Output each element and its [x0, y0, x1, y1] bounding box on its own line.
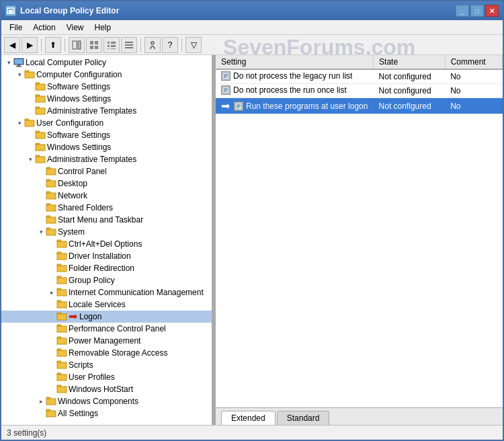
- tree-item-local-policy[interactable]: ▾Local Computer Policy: [1, 56, 212, 69]
- expander-system[interactable]: ▾: [36, 227, 46, 237]
- icon-network: [46, 191, 56, 200]
- toolbar: ◀ ▶ ⬆: [1, 35, 503, 55]
- svg-rect-45: [46, 399, 56, 405]
- minimize-button[interactable]: _: [456, 5, 469, 17]
- tab-extended[interactable]: Extended: [221, 411, 276, 425]
- table-row[interactable]: Do not process the run once listNot conf…: [216, 84, 503, 98]
- label-computer-config: Computer Configuration: [36, 71, 122, 79]
- tree-item-user-software[interactable]: Software Settings: [1, 129, 212, 141]
- tree-item-logon[interactable]: ➡Logon: [1, 311, 212, 323]
- cell-setting: Do not process the legacy run list: [216, 69, 374, 84]
- tree-item-driver-install[interactable]: Driver Installation: [1, 250, 212, 262]
- svg-rect-43: [57, 374, 67, 380]
- label-all-settings: All Settings: [58, 409, 98, 417]
- tree-item-internet-comm[interactable]: ▸Internet Communication Management: [1, 286, 212, 298]
- tree-item-computer-config[interactable]: ▾Computer Configuration: [1, 69, 212, 81]
- up-button[interactable]: ⬆: [45, 37, 61, 53]
- tree-item-perf-control[interactable]: Performance Control Panel: [1, 323, 212, 335]
- help-button[interactable]: ?: [162, 37, 178, 53]
- icon-group-policy: [56, 276, 67, 285]
- tree-item-user-windows[interactable]: Windows Settings: [1, 141, 212, 153]
- table-row[interactable]: Do not process the legacy run listNot co…: [216, 69, 503, 84]
- cell-state: Not configured: [374, 98, 446, 114]
- tree-item-scripts[interactable]: Scripts: [1, 359, 212, 371]
- tree-item-control-panel[interactable]: Control Panel: [1, 165, 212, 177]
- svg-rect-22: [36, 84, 45, 90]
- tab-standard[interactable]: Standard: [277, 411, 330, 425]
- tree-item-power-mgmt[interactable]: Power Management: [1, 335, 212, 347]
- tree-item-ctrl-alt-del[interactable]: Ctrl+Alt+Del Options: [1, 238, 212, 250]
- tree-item-all-settings[interactable]: All Settings: [1, 407, 212, 419]
- tree-item-network[interactable]: Network: [1, 190, 212, 202]
- svg-rect-11: [111, 45, 116, 47]
- label-power-mgmt: Power Management: [69, 337, 140, 345]
- tree-item-software-settings[interactable]: Software Settings: [1, 81, 212, 93]
- label-perf-control: Performance Control Panel: [69, 325, 166, 333]
- table-row[interactable]: ➡Run these programs at user logonNot con…: [216, 98, 503, 114]
- tree-item-user-profiles[interactable]: User Profiles: [1, 371, 212, 383]
- tree-item-locale-services[interactable]: Locale Services: [1, 298, 212, 311]
- detail-view-button[interactable]: [121, 37, 137, 53]
- menu-bar: File Action View Help: [1, 20, 503, 35]
- label-user-profiles: User Profiles: [69, 373, 115, 381]
- row-arrow: ➡: [221, 99, 230, 112]
- tree-item-removable-storage[interactable]: Removable Storage Access: [1, 347, 212, 359]
- label-system: System: [58, 228, 85, 236]
- svg-rect-19: [15, 59, 23, 64]
- show-hide-button[interactable]: [69, 37, 85, 53]
- expander-user-admin[interactable]: ▾: [26, 155, 35, 164]
- icon-user-windows: [35, 143, 46, 152]
- filter-button[interactable]: ▽: [185, 37, 202, 53]
- label-local-policy: Local Computer Policy: [26, 58, 106, 67]
- icon-driver-install: [56, 251, 67, 261]
- tree-item-windows-hotstart[interactable]: Windows HotStart: [1, 383, 212, 395]
- svg-rect-31: [46, 217, 56, 223]
- maximize-button[interactable]: □: [470, 5, 484, 17]
- icon-folder-redirect: [56, 264, 67, 273]
- window-title: Local Group Policy Editor: [20, 6, 119, 15]
- tree-item-user-admin[interactable]: ▾Administrative Templates: [1, 153, 212, 165]
- tree-item-folder-redirect[interactable]: Folder Redirection: [1, 262, 212, 274]
- label-user-windows: Windows Settings: [47, 143, 111, 151]
- tree-item-system[interactable]: ▾System: [1, 226, 212, 238]
- tree-item-desktop[interactable]: Desktop: [1, 177, 212, 190]
- tree-item-windows-components[interactable]: ▸Windows Components: [1, 395, 212, 407]
- cell-state: Not configured: [374, 69, 446, 84]
- title-bar: Local Group Policy Editor _ □ ✕: [1, 1, 503, 20]
- tree-item-windows-settings[interactable]: Windows Settings: [1, 93, 212, 105]
- expander-computer-config[interactable]: ▾: [15, 70, 24, 79]
- col-state: State: [374, 55, 446, 69]
- icon-system: [46, 227, 56, 237]
- expander-user-config[interactable]: ▾: [15, 118, 24, 128]
- svg-rect-46: [46, 411, 56, 417]
- menu-action[interactable]: Action: [28, 22, 60, 34]
- label-ctrl-alt-del: Ctrl+Alt+Del Options: [69, 240, 142, 248]
- svg-rect-38: [57, 314, 67, 320]
- menu-help[interactable]: Help: [89, 22, 117, 34]
- toolbar-separator-4: [181, 38, 182, 52]
- properties-button[interactable]: [144, 37, 161, 53]
- menu-file[interactable]: File: [4, 22, 28, 34]
- expander-local-policy[interactable]: ▾: [4, 58, 13, 67]
- label-admin-templates: Administrative Templates: [47, 107, 136, 115]
- toolbar-separator-3: [140, 38, 141, 52]
- tree-item-start-menu[interactable]: Start Menu and Taskbar: [1, 214, 212, 226]
- list-view-button[interactable]: [103, 37, 120, 53]
- svg-rect-21: [16, 66, 22, 67]
- expander-windows-components[interactable]: ▸: [36, 397, 46, 406]
- forward-button[interactable]: ▶: [22, 37, 38, 53]
- icon-shared-folders: [46, 203, 56, 212]
- icon-perf-control: [56, 324, 67, 333]
- menu-view[interactable]: View: [61, 22, 89, 34]
- label-windows-settings: Windows Settings: [47, 95, 111, 103]
- tree-item-shared-folders[interactable]: Shared Folders: [1, 202, 212, 214]
- tree-item-group-policy[interactable]: Group Policy: [1, 274, 212, 286]
- back-button[interactable]: ◀: [4, 37, 20, 53]
- expander-internet-comm[interactable]: ▸: [47, 288, 56, 297]
- icon-view-button[interactable]: [86, 37, 102, 53]
- close-button[interactable]: ✕: [485, 5, 499, 17]
- label-user-software: Software Settings: [47, 131, 110, 139]
- tree-item-user-config[interactable]: ▾User Configuration: [1, 117, 212, 129]
- cell-comment: No: [445, 98, 502, 114]
- tree-item-admin-templates[interactable]: Administrative Templates: [1, 105, 212, 117]
